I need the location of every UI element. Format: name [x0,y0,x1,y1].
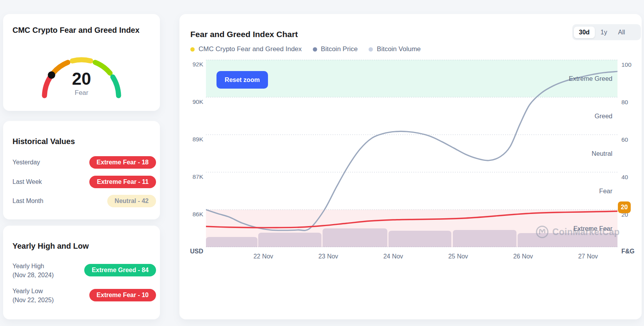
historical-row: Last WeekExtreme Fear - 11 [3,176,160,189]
current-fng-badge-value: 20 [621,204,628,211]
right-axis-tick: 100 [621,61,632,68]
time-range-selector: 30d1yAll [572,24,641,40]
chart-card: Fear and Greed Index Chart 30d1yAll CMC … [179,14,642,319]
legend-dot-icon [369,47,373,52]
historical-values-card: Historical Values YesterdayExtreme Fear … [3,121,160,219]
right-axis-unit: F&G [621,248,635,255]
x-axis-date: 24 Nov [383,253,403,260]
left-axis-unit: USD [181,248,203,255]
gauge-segment-neutral [72,60,90,61]
x-axis-date: 22 Nov [254,253,273,260]
volume-bar [323,228,387,247]
legend-item-label: Bitcoin Volume [377,45,420,53]
left-axis-tick: 90K [181,98,203,105]
x-axis-date: 25 Nov [448,253,468,260]
zone-label-extreme-fear: Extreme Fear [495,225,612,232]
yearly-row-label: Yearly Low [12,287,43,296]
zone-label-greed: Greed [495,112,612,120]
chart-legend: CMC Crypto Fear and Greed IndexBitcoin P… [190,45,421,53]
left-axis-tick: 92K [181,61,203,68]
historical-row-badge: Neutral - 42 [107,195,156,207]
historical-row-label: Yesterday [12,159,40,166]
yearly-high-low-card: Yearly High and Low Yearly High(Nov 28, … [3,226,160,319]
yearly-row-label: Yearly High [12,262,44,271]
gauge-value: 20 [3,70,160,87]
yearly-row-badge: Extreme Fear - 10 [89,289,156,301]
range-button-all[interactable]: All [613,27,630,38]
historical-row-label: Last Week [12,178,42,185]
left-axis-tick: 89K [181,136,203,143]
historical-row: Last MonthNeutral - 42 [3,195,160,208]
volume-bar [258,233,321,247]
legend-item-label: Bitcoin Price [321,45,358,53]
volume-bar [389,231,451,247]
historical-row-label: Last Month [12,198,43,205]
historical-row: YesterdayExtreme Fear - 18 [3,156,160,170]
range-button-1y[interactable]: 1y [596,27,612,38]
index-card-title: CMC Crypto Fear and Greed Index [12,25,145,36]
zone-label-fear: Fear [495,187,612,195]
left-axis-tick: 87K [181,173,203,180]
gauge-sentiment-label: Fear [3,89,160,97]
historical-row-badge: Extreme Fear - 11 [89,176,156,188]
right-axis-tick: 80 [621,99,628,106]
legend-item[interactable]: Bitcoin Price [313,45,358,53]
chart-title: Fear and Greed Index Chart [190,30,298,39]
current-fng-badge: 20 [618,201,631,213]
x-axis-date: 27 Nov [578,253,598,260]
yearly-row: Yearly High(Nov 28, 2024)Extreme Greed -… [3,262,160,280]
reset-zoom-button[interactable]: Reset zoom [216,71,268,89]
legend-dot-icon [190,47,195,52]
left-axis-tick: 86K [181,211,203,218]
fear-greed-index-card: CMC Crypto Fear and Greed Index 20 Fear [3,14,160,111]
legend-dot-icon [313,47,317,52]
right-axis-tick: 40 [621,174,628,181]
legend-item[interactable]: CMC Crypto Fear and Greed Index [190,45,302,53]
x-axis-date: 26 Nov [513,253,533,260]
right-axis-tick: 60 [621,136,628,143]
yearly-row: Yearly Low(Nov 22, 2025)Extreme Fear - 1… [3,287,160,305]
range-button-30d[interactable]: 30d [574,27,595,38]
volume-bar [206,237,257,247]
yearly-row-date: (Nov 22, 2025) [12,296,54,305]
zone-label-extreme-greed: Extreme Greed [495,75,612,82]
historical-values-title: Historical Values [12,136,75,147]
historical-row-badge: Extreme Fear - 18 [89,156,156,169]
yearly-row-badge: Extreme Greed - 84 [84,264,156,276]
volume-bar [453,230,516,247]
yearly-high-low-title: Yearly High and Low [12,240,89,251]
zone-label-neutral: Neutral [495,150,612,157]
yearly-row-date: (Nov 28, 2024) [12,271,54,280]
legend-item-label: CMC Crypto Fear and Greed Index [199,45,302,53]
legend-item[interactable]: Bitcoin Volume [369,45,420,53]
x-axis-date: 23 Nov [318,253,338,260]
